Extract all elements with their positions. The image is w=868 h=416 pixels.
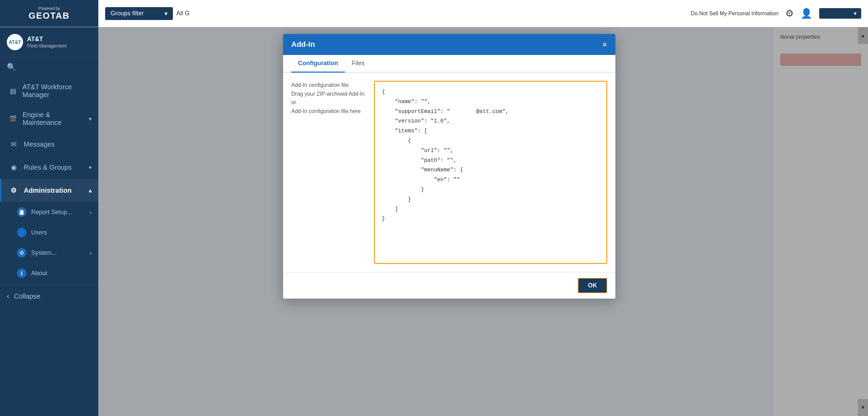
json-line: "version": "1.0",	[382, 116, 599, 126]
administration-icon: ⚙	[8, 185, 19, 196]
sidebar-brand: AT&T AT&T Fleet Management	[0, 27, 98, 57]
powered-by-text: Powered by	[38, 6, 60, 11]
system-icon: ⚙	[17, 248, 26, 258]
modal-title: Add-In	[291, 40, 602, 49]
sidebar-sub-item-report-setup[interactable]: 📋 Report Setup... ›	[0, 202, 98, 222]
json-editor[interactable]: { "name": "", "supportEmail": " @att.com…	[374, 81, 607, 264]
sidebar: AT&T AT&T Fleet Management 🔍 ▤ AT&T Work…	[0, 27, 98, 416]
sidebar-item-administration[interactable]: ⚙ Administration ▴	[0, 179, 98, 202]
sidebar-sub-item-label: About	[31, 270, 47, 277]
geotab-brand-text: GEOTAB	[28, 11, 70, 21]
att-workforce-icon: ▤	[8, 86, 18, 96]
system-chevron-icon: ›	[90, 249, 92, 257]
modal-left-panel: Add-In configuration file: Drag your ZIP…	[291, 81, 366, 264]
rules-groups-chevron-icon: ▾	[89, 164, 92, 171]
json-line: "menuName": {	[382, 165, 599, 175]
sidebar-sub-item-users[interactable]: 👤 Users	[0, 222, 98, 243]
json-line: "supportEmail": " @att.com",	[382, 107, 599, 117]
json-line: }	[382, 214, 599, 224]
modal-body: Add-In configuration file: Drag your ZIP…	[283, 73, 615, 272]
engine-maintenance-chevron-icon: ▾	[89, 116, 92, 122]
collapse-arrow-icon: ‹	[7, 292, 9, 301]
groups-filter-label: Groups filter	[111, 10, 144, 17]
json-line: "path": "",	[382, 156, 599, 166]
do-not-sell-text[interactable]: Do Not Sell My Personal Information	[691, 11, 778, 17]
collapse-label: Collapse	[14, 292, 40, 300]
json-line: "items": [	[382, 126, 599, 136]
brand-name: AT&T	[27, 36, 67, 43]
user-icon[interactable]: 👤	[801, 8, 812, 19]
sidebar-item-label: Administration	[24, 187, 72, 194]
all-groups-text: All G	[176, 10, 190, 17]
modal-header: Add-In ×	[283, 34, 615, 55]
modal-footer: OK	[283, 272, 615, 299]
sidebar-item-label: Messages	[24, 140, 55, 148]
groups-filter-area: Groups filter ▾ All G	[98, 7, 196, 20]
tab-files[interactable]: Files	[345, 55, 371, 73]
json-line: ]	[382, 205, 599, 214]
users-icon: 👤	[17, 228, 26, 237]
json-line: "en": ""	[382, 175, 599, 185]
sidebar-item-engine-maintenance[interactable]: 🎬 Engine & Maintenance ▾	[0, 105, 98, 133]
search-icon: 🔍	[7, 63, 16, 72]
sidebar-sub-item-system[interactable]: ⚙ System... ›	[0, 243, 98, 263]
user-menu-label	[824, 11, 851, 17]
groups-filter-select[interactable]: Groups filter ▾	[105, 7, 173, 20]
instruction-line1: Add-In configuration file:	[291, 82, 350, 88]
modal-tabs: Configuration Files	[283, 55, 615, 73]
json-line: }	[382, 185, 599, 195]
json-line: "url": "",	[382, 146, 599, 156]
json-line: {	[382, 136, 599, 146]
instruction-line2: Drag your ZIP-archived Add-In or	[291, 91, 364, 106]
json-line: }	[382, 195, 599, 205]
sidebar-sub-item-label: Users	[31, 229, 47, 236]
sidebar-search[interactable]: 🔍	[0, 57, 98, 77]
messages-icon: ✉	[8, 139, 19, 150]
top-bar-right: Do Not Sell My Personal Information ⚙ 👤 …	[691, 8, 868, 19]
sidebar-item-att-workforce[interactable]: ▤ AT&T Workforce Manager	[0, 77, 98, 105]
brand-logo-icon: AT&T	[7, 34, 23, 50]
ok-button[interactable]: OK	[578, 278, 607, 293]
sidebar-brand-top: Powered by GEOTAB	[0, 0, 98, 27]
modal-instruction-text: Add-In configuration file: Drag your ZIP…	[291, 81, 366, 115]
sidebar-item-messages[interactable]: ✉ Messages	[0, 133, 98, 156]
user-menu-chevron-icon: ▾	[854, 10, 856, 17]
brand-sub: Fleet Management	[27, 43, 67, 49]
sidebar-sub-item-label: Report Setup...	[31, 209, 72, 216]
top-bar: Powered by GEOTAB Groups filter ▾ All G …	[0, 0, 868, 27]
instruction-line3: Add-In configuration file here	[291, 108, 361, 114]
tab-configuration[interactable]: Configuration	[291, 55, 345, 73]
sidebar-item-label: AT&T Workforce Manager	[22, 83, 92, 99]
json-line: "name": "",	[382, 97, 599, 107]
att-icon-text: AT&T	[9, 39, 21, 45]
groups-filter-chevron-icon: ▾	[164, 10, 167, 17]
main-content: itional properties ▲ ▼ Add-In × Configur…	[98, 27, 868, 416]
report-setup-chevron-icon: ›	[90, 209, 92, 216]
geotab-logo: Powered by GEOTAB	[28, 6, 70, 21]
about-icon: ℹ	[17, 268, 26, 278]
rules-groups-icon: ◉	[8, 162, 19, 173]
engine-maintenance-icon: 🎬	[8, 113, 18, 124]
user-menu-button[interactable]: ▾	[819, 8, 861, 19]
sidebar-divider	[0, 285, 98, 285]
sidebar-item-label: Rules & Groups	[24, 164, 72, 171]
sidebar-item-rules-groups[interactable]: ◉ Rules & Groups ▾	[0, 156, 98, 179]
brand-info: AT&T Fleet Management	[27, 36, 67, 49]
sidebar-item-label: Engine & Maintenance	[23, 111, 84, 127]
sidebar-sub-item-about[interactable]: ℹ About	[0, 263, 98, 283]
administration-chevron-icon: ▴	[89, 187, 92, 194]
add-in-modal: Add-In × Configuration Files Add-In conf…	[283, 34, 615, 299]
modal-close-button[interactable]: ×	[602, 40, 607, 49]
sidebar-sub-item-label: System...	[31, 249, 57, 257]
gear-icon[interactable]: ⚙	[785, 8, 794, 19]
sidebar-collapse-button[interactable]: ‹ Collapse	[0, 286, 98, 306]
report-setup-icon: 📋	[17, 207, 26, 217]
json-line: {	[382, 87, 599, 97]
